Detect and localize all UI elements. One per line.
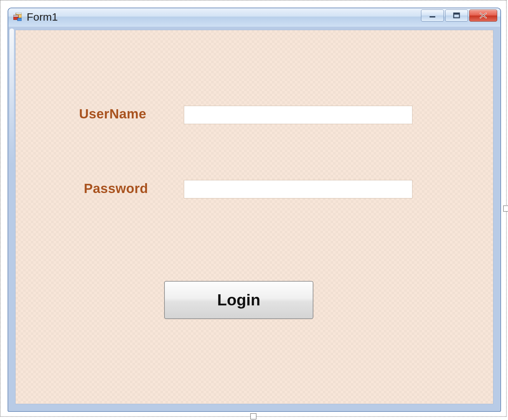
window-title: Form1 <box>27 11 58 23</box>
resize-handle-east[interactable] <box>503 205 508 211</box>
svg-rect-4 <box>17 18 22 21</box>
caption-buttons <box>421 10 497 22</box>
login-button[interactable]: Login <box>164 281 313 319</box>
username-input[interactable] <box>184 106 412 124</box>
close-button[interactable] <box>469 10 497 22</box>
maximize-button[interactable] <box>445 10 468 22</box>
window-titlebar[interactable]: Form1 <box>8 8 500 27</box>
password-input[interactable] <box>184 180 412 198</box>
svg-rect-7 <box>454 13 459 15</box>
form-client-area: UserName Password Login <box>15 30 493 404</box>
maximize-icon <box>452 12 461 19</box>
svg-rect-3 <box>13 15 18 17</box>
svg-rect-5 <box>430 16 435 17</box>
minimize-button[interactable] <box>421 10 444 22</box>
minimize-icon <box>428 13 437 18</box>
username-label: UserName <box>79 106 146 122</box>
svg-rect-1 <box>16 13 22 14</box>
resize-handle-south[interactable] <box>251 413 257 419</box>
password-label: Password <box>84 181 148 196</box>
frame-highlight <box>10 29 14 165</box>
winforms-form-icon <box>13 13 22 21</box>
form-window: Form1 <box>8 8 501 412</box>
designer-canvas: Form1 <box>0 0 507 417</box>
close-icon <box>478 12 488 19</box>
